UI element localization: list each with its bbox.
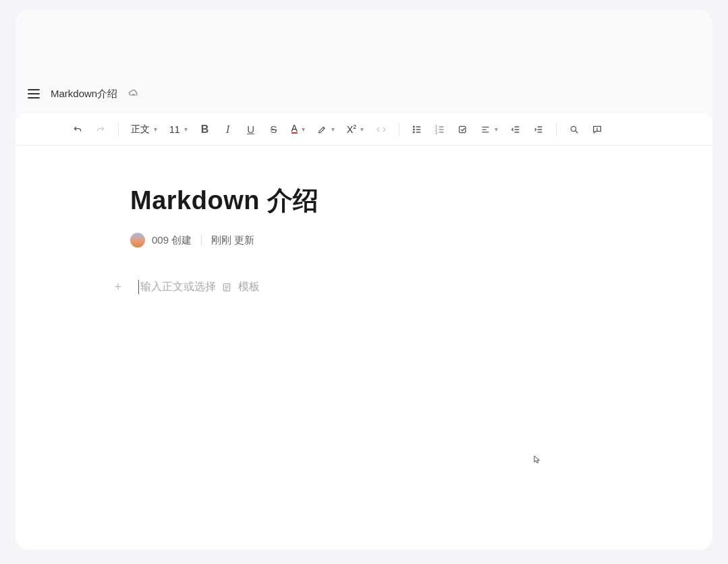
chevron-down-icon: ▾ xyxy=(331,125,335,133)
search-button[interactable] xyxy=(565,120,584,139)
checklist-button[interactable] xyxy=(453,120,472,139)
chevron-down-icon: ▾ xyxy=(184,125,188,133)
mouse-cursor-icon xyxy=(532,455,542,464)
updated-label: 更新 xyxy=(234,234,254,246)
font-color-letter: A xyxy=(291,125,298,134)
author-avatar[interactable] xyxy=(130,233,145,248)
text-style-dropdown[interactable]: 正文 ▾ xyxy=(127,120,161,139)
highlight-dropdown[interactable]: ▾ xyxy=(313,120,339,139)
cloud-sync-icon[interactable] xyxy=(128,88,139,99)
toolbar-separator xyxy=(556,123,557,136)
outdent-button[interactable] xyxy=(506,120,525,139)
bold-button[interactable]: B xyxy=(196,120,215,139)
app-window: Markdown介绍 正文 ▾ 11 ▾ xyxy=(16,9,712,550)
document-meta: 009 创建 刚刚 更新 xyxy=(130,233,598,248)
underline-button[interactable]: U xyxy=(242,120,260,139)
svg-point-1 xyxy=(414,129,415,130)
bullet-list-button[interactable] xyxy=(408,120,426,139)
strikethrough-button[interactable]: S xyxy=(264,120,283,139)
placeholder-template-label: 模板 xyxy=(238,281,260,292)
comment-button[interactable] xyxy=(588,120,607,139)
svg-rect-12 xyxy=(459,126,466,132)
font-size-dropdown[interactable]: 11 ▾ xyxy=(165,120,192,139)
align-dropdown[interactable]: ▾ xyxy=(476,120,502,139)
placeholder-text-before: 输入正文或选择 xyxy=(140,281,216,292)
menu-icon[interactable] xyxy=(28,89,40,98)
document-content[interactable]: Markdown 介绍 009 创建 刚刚 更新 + 输入正文或选择 xyxy=(16,146,712,550)
chevron-down-icon: ▾ xyxy=(302,125,305,133)
svg-point-0 xyxy=(414,126,415,128)
chevron-down-icon: ▾ xyxy=(360,125,364,133)
undo-button[interactable] xyxy=(68,120,87,139)
app-header: Markdown介绍 xyxy=(16,78,712,109)
toolbar-separator xyxy=(399,123,399,136)
chevron-down-icon: ▾ xyxy=(495,125,498,133)
italic-button[interactable]: I xyxy=(219,120,237,139)
meta-separator xyxy=(201,235,202,246)
numbered-list-button[interactable]: 123 xyxy=(430,120,449,139)
font-color-dropdown[interactable]: A ▾ xyxy=(287,120,309,139)
svg-point-2 xyxy=(414,132,415,133)
code-button[interactable] xyxy=(372,120,391,139)
content-placeholder[interactable]: 输入正文或选择 模板 xyxy=(138,280,260,294)
author-label: 009 创建 xyxy=(152,234,192,247)
superscript-dropdown[interactable]: X2 ▾ xyxy=(343,120,368,139)
svg-text:3: 3 xyxy=(436,131,438,134)
svg-line-23 xyxy=(576,131,578,133)
chevron-down-icon: ▾ xyxy=(154,125,157,133)
toolbar-separator xyxy=(118,123,119,136)
redo-button[interactable] xyxy=(91,120,110,139)
text-style-label: 正文 xyxy=(131,123,150,136)
svg-point-25 xyxy=(597,130,598,131)
doc-title-breadcrumb[interactable]: Markdown介绍 xyxy=(51,88,117,101)
editor-panel: 正文 ▾ 11 ▾ B I U S A ▾ xyxy=(16,113,712,550)
template-icon xyxy=(221,282,232,293)
add-block-button[interactable]: + xyxy=(111,281,125,294)
font-size-value: 11 xyxy=(169,124,180,135)
document-title[interactable]: Markdown 介绍 xyxy=(130,184,598,218)
updated-time: 刚刚 xyxy=(211,234,231,246)
content-placeholder-row: + 输入正文或选择 模板 xyxy=(111,280,598,294)
toolbar: 正文 ▾ 11 ▾ B I U S A ▾ xyxy=(16,113,712,146)
indent-button[interactable] xyxy=(529,120,548,139)
svg-point-22 xyxy=(571,126,576,131)
